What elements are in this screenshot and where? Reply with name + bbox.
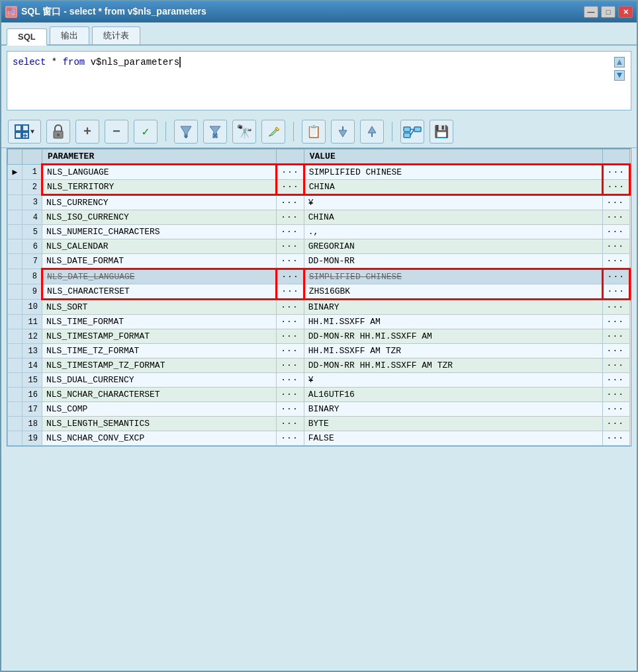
cell-value[interactable]: DD-MON-RR [304, 254, 602, 269]
svg-marker-25 [339, 130, 347, 137]
row-number: 17 [23, 402, 42, 417]
title-bar-left: SQL 窗口 - select * from v$nls_parameters [5, 6, 206, 18]
tab-sql[interactable]: SQL [7, 28, 47, 46]
cell-value[interactable]: CHINA [304, 210, 602, 225]
cell-dots1: ··· [277, 165, 304, 180]
cell-dots1: ··· [277, 417, 304, 431]
cell-parameter[interactable]: NLS_NCHAR_CONV_EXCP [42, 431, 277, 446]
cell-dots2: ··· [602, 388, 629, 402]
title-bar: SQL 窗口 - select * from v$nls_parameters … [1, 1, 637, 22]
cell-parameter[interactable]: NLS_CURRENCY [42, 195, 277, 210]
sql-keyword-from: from [63, 57, 85, 67]
copy-button[interactable]: 📋 [302, 120, 326, 144]
cell-parameter[interactable]: NLS_DUAL_CURRENCY [42, 373, 277, 388]
cell-value[interactable]: ¥ [304, 373, 602, 388]
cell-parameter[interactable]: NLS_ISO_CURRENCY [42, 210, 277, 225]
cell-value[interactable]: SIMPLIFIED CHINESE [304, 269, 602, 284]
svg-line-33 [410, 130, 414, 136]
row-number: 9 [23, 284, 42, 300]
cell-dots1: ··· [277, 358, 304, 373]
restore-button[interactable]: □ [601, 6, 615, 18]
cell-dots1: ··· [277, 431, 304, 446]
filter-clear-button[interactable] [203, 120, 227, 144]
sql-text-star: * [52, 57, 63, 67]
scroll-up-button[interactable] [614, 57, 625, 67]
cell-value[interactable]: AL16UTF16 [304, 388, 602, 402]
cell-parameter[interactable]: NLS_NUMERIC_CHARACTERS [42, 225, 277, 239]
tab-bar: SQL 输出 统计表 [1, 22, 637, 46]
remove-row-button[interactable]: − [105, 120, 128, 144]
cell-parameter[interactable]: NLS_CALENDAR [42, 239, 277, 254]
row-number: 3 [23, 195, 42, 210]
table-row: 17NLS_COMP···BINARY··· [8, 402, 630, 417]
scroll-down-button[interactable] [614, 70, 625, 81]
cell-value[interactable]: BINARY [304, 402, 602, 417]
toolbar: ▼ + − ✓ [1, 116, 637, 148]
grid-dropdown-arrow[interactable]: ▼ [30, 128, 34, 136]
cell-parameter[interactable]: NLS_COMP [42, 402, 277, 417]
cell-dots2: ··· [602, 239, 629, 254]
cell-value[interactable]: HH.MI.SSXFF AM [304, 315, 602, 329]
sort-up-button[interactable] [360, 120, 384, 144]
minimize-button[interactable]: — [584, 6, 598, 18]
cell-value[interactable]: FALSE [304, 431, 602, 446]
cell-parameter[interactable]: NLS_DATE_LANGUAGE [42, 269, 277, 284]
sql-editor-content[interactable]: select * from v$nls_parameters​ [13, 56, 614, 69]
sql-editor-area[interactable]: select * from v$nls_parameters​ [7, 51, 631, 110]
cell-value[interactable]: BINARY [304, 300, 602, 315]
cell-parameter[interactable]: NLS_CHARACTERSET [42, 284, 277, 300]
table-row: 14NLS_TIMESTAMP_TZ_FORMAT···DD-MON-RR HH… [8, 358, 630, 373]
cell-value[interactable]: ¥ [304, 195, 602, 210]
cell-value[interactable]: ., [304, 225, 602, 239]
table-row: 16NLS_NCHAR_CHARACTERSET···AL16UTF16··· [8, 388, 630, 402]
tab-stats[interactable]: 统计表 [92, 26, 140, 44]
cell-parameter[interactable]: NLS_LANGUAGE [42, 165, 277, 180]
svg-marker-18 [210, 126, 220, 136]
cell-value[interactable]: ZHS16GBK [304, 284, 602, 300]
cell-dots1: ··· [277, 269, 304, 284]
row-number: 13 [23, 344, 42, 358]
tab-output[interactable]: 输出 [50, 26, 89, 44]
svg-rect-7 [15, 125, 21, 131]
row-number: 1 [23, 165, 42, 180]
cell-value[interactable]: BYTE [304, 417, 602, 431]
cell-parameter[interactable]: NLS_LENGTH_SEMANTICS [42, 417, 277, 431]
cell-dots1: ··· [277, 225, 304, 239]
confirm-button[interactable]: ✓ [134, 120, 158, 144]
cell-parameter[interactable]: NLS_TERRITORY [42, 180, 277, 195]
grid-header-row: PARAMETER VALUE [8, 149, 630, 165]
cell-parameter[interactable]: NLS_TIME_TZ_FORMAT [42, 344, 277, 358]
row-number: 15 [23, 373, 42, 388]
cell-parameter[interactable]: NLS_DATE_FORMAT [42, 254, 277, 269]
sort-down-icon [338, 125, 348, 138]
close-button[interactable]: ✕ [618, 6, 633, 18]
grid-view-button[interactable]: ▼ [8, 120, 41, 144]
cell-value[interactable]: CHINA [304, 180, 602, 195]
cell-parameter[interactable]: NLS_TIME_FORMAT [42, 315, 277, 329]
lock-button[interactable] [46, 120, 70, 144]
data-grid: PARAMETER VALUE ▶1NLS_LANGUAGE···SIMPLIF… [7, 149, 631, 446]
cell-dots2: ··· [602, 358, 629, 373]
svg-rect-31 [404, 133, 410, 138]
window-icon [5, 6, 17, 18]
cell-parameter[interactable]: NLS_TIMESTAMP_TZ_FORMAT [42, 358, 277, 373]
cell-value[interactable]: DD-MON-RR HH.MI.SSXFF AM TZR [304, 358, 602, 373]
edit-button[interactable] [261, 120, 285, 144]
cell-parameter[interactable]: NLS_SORT [42, 300, 277, 315]
search-button[interactable]: 🔭 [232, 120, 256, 144]
cell-parameter[interactable]: NLS_TIMESTAMP_FORMAT [42, 329, 277, 344]
cell-value[interactable]: SIMPLIFIED CHINESE [304, 165, 602, 180]
cell-value[interactable]: GREGORIAN [304, 239, 602, 254]
cell-dots1: ··· [277, 195, 304, 210]
col-value-header: VALUE [304, 149, 602, 165]
table-row: 11NLS_TIME_FORMAT···HH.MI.SSXFF AM··· [8, 315, 630, 329]
cell-dots2: ··· [602, 254, 629, 269]
sort-down-button[interactable] [331, 120, 355, 144]
filter-down-button[interactable] [174, 120, 198, 144]
connect-button[interactable] [400, 120, 424, 144]
cell-parameter[interactable]: NLS_NCHAR_CHARACTERSET [42, 388, 277, 402]
add-row-button[interactable]: + [75, 120, 99, 144]
cell-value[interactable]: DD-MON-RR HH.MI.SSXFF AM [304, 329, 602, 344]
cell-value[interactable]: HH.MI.SSXFF AM TZR [304, 344, 602, 358]
save-button[interactable]: 💾 [430, 120, 453, 144]
